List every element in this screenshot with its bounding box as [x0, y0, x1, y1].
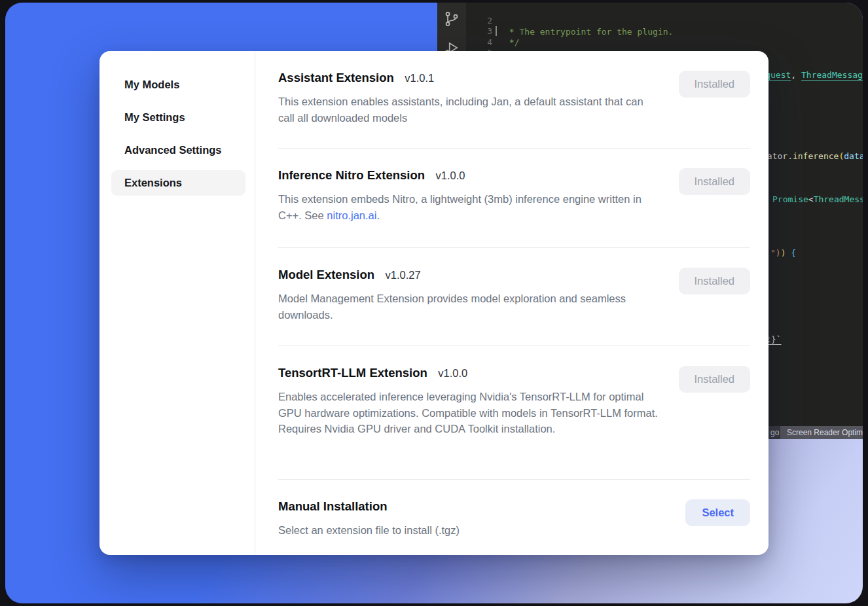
extension-row-model: Model Extension v1.0.27 Model Management…: [278, 247, 750, 346]
status-text-fragment: go: [770, 426, 779, 439]
extension-version: v1.0.0: [436, 169, 465, 181]
code-fragment: ")) {: [770, 248, 796, 258]
line-number: 4: [466, 37, 492, 48]
screen-reader-status-item[interactable]: Screen Reader Optimize: [780, 426, 863, 439]
code-text: * The entrypoint for the plugin.: [504, 26, 673, 37]
extension-version: v1.0.1: [405, 72, 434, 84]
code-line: 4: [437, 26, 468, 37]
code-line: 5 // Web / extension runtime: [437, 36, 468, 47]
extension-title-row: Manual Installation: [278, 499, 460, 514]
manual-installation-description: Select an extension file to install (.tg…: [278, 522, 460, 539]
extension-description: Enables accelerated inference leveraging…: [278, 389, 659, 437]
extension-title-row: TensortRT-LLM Extension v1.0.0: [278, 366, 659, 380]
extension-name: Inference Nitro Extension: [278, 168, 425, 182]
code-text: */: [504, 37, 519, 48]
installed-button[interactable]: Installed: [679, 366, 750, 393]
line-number: 2: [466, 15, 492, 26]
extension-description: This extension enables assistants, inclu…: [278, 94, 659, 126]
extension-row-tensorrt: TensortRT-LLM Extension v1.0.0 Enables a…: [278, 346, 750, 479]
code-line: 3 */: [437, 14, 468, 26]
extension-name: Assistant Extension: [278, 71, 394, 84]
code-line: 2 * The entrypoint for the plugin.: [437, 4, 468, 15]
installed-button[interactable]: Installed: [679, 268, 750, 294]
line-number: 3: [466, 26, 492, 37]
manual-installation-title: Manual Installation: [278, 499, 388, 513]
sidebar-item-extensions[interactable]: Extensions: [111, 170, 245, 196]
code-fragment: rator.inference(data));: [762, 151, 863, 162]
text-cursor: [496, 26, 497, 36]
extension-row-nitro: Inference Nitro Extension v1.0.0 This ex…: [278, 148, 750, 247]
select-file-button[interactable]: Select: [685, 499, 750, 526]
code-fragment: Promise<ThreadMessage>: [772, 194, 863, 205]
extension-name: TensortRT-LLM Extension: [278, 366, 427, 380]
desktop-background: 2 * The entrypoint for the plugin. 3 */ …: [5, 3, 863, 603]
extension-title-row: Assistant Extension v1.0.1: [278, 71, 659, 85]
sidebar-item-my-settings[interactable]: My Settings: [111, 105, 245, 130]
extension-name: Model Extension: [278, 268, 374, 281]
extension-title-row: Model Extension v1.0.27: [278, 268, 659, 282]
settings-sidebar: My Models My Settings Advanced Settings …: [99, 51, 255, 555]
extension-description: This extension embeds Nitro, a lightweig…: [278, 191, 659, 223]
extension-row-assistant: Assistant Extension v1.0.1 This extensio…: [278, 51, 750, 148]
installed-button[interactable]: Installed: [679, 71, 750, 98]
extension-version: v1.0.0: [438, 367, 467, 379]
installed-button[interactable]: Installed: [679, 168, 750, 195]
extension-title-row: Inference Nitro Extension v1.0.0: [278, 168, 659, 183]
sidebar-item-advanced-settings[interactable]: Advanced Settings: [111, 137, 245, 163]
extension-version: v1.0.27: [385, 269, 420, 281]
extension-description: Model Management Extension provides mode…: [278, 291, 659, 323]
sidebar-item-my-models[interactable]: My Models: [111, 72, 245, 98]
extensions-list: Assistant Extension v1.0.1 This extensio…: [255, 51, 769, 555]
nitro-link[interactable]: nitro.jan.ai.: [327, 209, 380, 221]
manual-installation-row: Manual Installation Select an extension …: [278, 479, 750, 555]
settings-modal: My Models My Settings Advanced Settings …: [99, 51, 769, 555]
